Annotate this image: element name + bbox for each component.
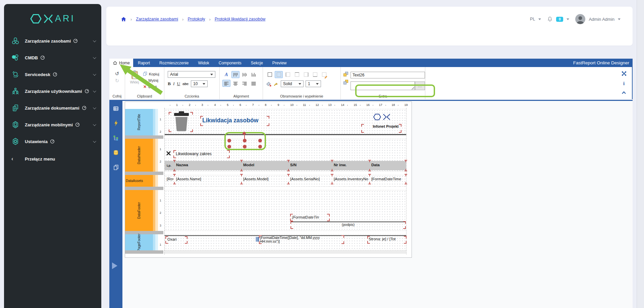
footer-left-text-object[interactable]: Oxari xyxy=(167,237,176,241)
align-left-button[interactable] xyxy=(222,80,230,87)
breadcrumb-link-protokol-likwidacji[interactable]: Protokół likwidacji zasobów xyxy=(215,17,265,21)
delete-button[interactable]: ✕ Usuń xyxy=(143,84,159,89)
copy-button[interactable]: Kopiuj xyxy=(143,71,159,77)
band-label-pagefooter[interactable]: PageFooter xyxy=(125,234,153,250)
sidebar-item-zarzadzanie-dokumentami[interactable]: Zarządzanie dokumentami xyxy=(4,100,101,116)
report-tree-icon[interactable] xyxy=(113,135,119,141)
align-center-button[interactable] xyxy=(231,80,239,87)
border-style-select[interactable]: Solid xyxy=(281,80,304,87)
band-label-dataheader[interactable]: DataHeader xyxy=(125,139,153,172)
column-tick xyxy=(332,174,332,176)
breadcrumb-link-zasoby[interactable]: Zarządzanie zasobami xyxy=(136,17,178,21)
strikethrough-button[interactable]: abc xyxy=(182,82,189,86)
collapse-ribbon-icon[interactable] xyxy=(622,91,626,94)
tab-sekcje[interactable]: Sekcje xyxy=(246,59,268,67)
sidebar-item-zarzadzanie-zasobami[interactable]: Zarządzanie zasobami xyxy=(4,33,101,49)
band-label-dataassets[interactable]: DataAssets xyxy=(125,175,153,187)
sidebar-item-zarzadzanie-mobilnymi[interactable]: Zarządzanie mobilnymi xyxy=(4,116,101,133)
report-title-text-object[interactable]: Likwidacja zasobów xyxy=(202,117,258,124)
text-editor-ellipsis-button[interactable]: ... xyxy=(415,81,425,90)
chevron-down-icon xyxy=(93,106,96,109)
sidebar-toggle[interactable]: ‹ Przełącz menu xyxy=(4,150,101,167)
font-color-button[interactable]: A xyxy=(222,71,230,78)
selection-handle[interactable] xyxy=(227,139,231,142)
align-right-button[interactable] xyxy=(240,80,249,87)
border-top-button[interactable] xyxy=(293,71,301,78)
tab-widok[interactable]: Widok xyxy=(193,59,214,67)
band-label-datafooter[interactable]: DataFooter xyxy=(125,190,153,231)
underline-button[interactable]: U xyxy=(177,81,180,86)
notification-badge[interactable]: 0 xyxy=(556,17,563,22)
title-separator-line-object[interactable] xyxy=(165,134,406,135)
fill-bucket-icon[interactable] xyxy=(266,81,271,86)
redo-button[interactable]: ↻ xyxy=(115,78,119,83)
selection-handle[interactable] xyxy=(243,145,247,148)
signature-date-text-object[interactable]: [FormatDateTin xyxy=(292,215,319,219)
border-bottom-button[interactable] xyxy=(311,71,319,78)
events-lightning-icon[interactable] xyxy=(113,120,118,126)
send-backward-icon[interactable] xyxy=(343,80,348,85)
border-width-select[interactable]: 1 xyxy=(306,80,321,87)
selection-handle[interactable] xyxy=(258,139,262,142)
valign-bottom-button[interactable] xyxy=(250,71,258,78)
border-none-button[interactable] xyxy=(275,71,283,78)
border-properties-button[interactable] xyxy=(320,71,328,78)
section-label-text-object[interactable]: Likwidowany zakres xyxy=(176,151,212,156)
border-all-button[interactable] xyxy=(266,71,274,78)
copy-pages-icon[interactable] xyxy=(113,165,119,170)
object-name-input[interactable] xyxy=(351,72,425,78)
bold-button[interactable]: B xyxy=(168,81,171,86)
home-icon[interactable] xyxy=(121,16,126,22)
company-logo-object[interactable]: Infonet Projekt xyxy=(365,110,406,128)
data-source-icon[interactable] xyxy=(113,150,119,156)
signature-line-object[interactable] xyxy=(291,222,405,222)
bell-icon[interactable] xyxy=(547,16,553,22)
selection-handle[interactable] xyxy=(243,139,247,142)
cut-button[interactable]: ✂ Wytnij xyxy=(143,77,159,83)
page-scrollbar[interactable] xyxy=(637,0,644,308)
report-page[interactable]: 12345678910111213141516171819 ReportTitl… xyxy=(125,102,412,258)
font-size-select[interactable]: 10 xyxy=(191,80,208,87)
footer-datetime-text-object[interactable]: [FormatDateTime([Date], "dd.MM.yyyy HH:m… xyxy=(260,236,343,244)
sidebar-item-servicedesk[interactable]: Servicedesk xyxy=(4,66,101,83)
caret-down-icon[interactable] xyxy=(618,18,621,20)
border-right-button[interactable] xyxy=(302,71,310,78)
undo-button[interactable]: ↺ xyxy=(115,71,119,76)
info-icon[interactable]: i xyxy=(623,81,625,86)
valign-top-button[interactable] xyxy=(231,71,239,78)
tab-rozmieszczenie[interactable]: Rozmieszczenie xyxy=(155,59,193,67)
selection-handle[interactable] xyxy=(258,145,262,148)
valign-center-button[interactable] xyxy=(240,71,249,78)
resize-grip-icon[interactable] xyxy=(412,87,414,89)
tab-home[interactable]: Home xyxy=(109,59,133,67)
font-family-select[interactable]: Arial xyxy=(168,71,215,78)
tab-raport[interactable]: Raport xyxy=(133,59,155,67)
brush-icon[interactable] xyxy=(273,81,279,86)
align-justify-button[interactable] xyxy=(250,80,258,87)
band-label-reporttitle[interactable]: ReportTitle xyxy=(125,109,153,135)
sidebar-item-cmdb[interactable]: CMDB xyxy=(4,49,101,66)
sidebar-item-label: Ustawienia xyxy=(25,139,48,144)
avatar[interactable] xyxy=(575,14,585,24)
language-selector[interactable]: PL xyxy=(530,17,535,21)
data-row[interactable]: [Rov [Assets.Name] [Assets.Model] [Asset… xyxy=(165,177,406,182)
table-header-row[interactable]: Lp. Nazwa Model S/N Nr inw. Data xyxy=(165,161,406,170)
trash-picture-object[interactable] xyxy=(172,111,191,133)
border-left-button[interactable] xyxy=(284,71,292,78)
italic-button[interactable]: I xyxy=(173,81,175,86)
selection-handle[interactable] xyxy=(227,145,231,148)
signature-caption-text-object[interactable]: (podpis) xyxy=(291,223,405,227)
footer-page-number-text-object[interactable]: Strona: je] / [Tot xyxy=(369,237,406,241)
report-objects-icon[interactable] xyxy=(113,106,119,111)
object-text-textarea[interactable] xyxy=(351,81,415,90)
bring-forward-icon[interactable] xyxy=(343,72,348,77)
x-mark-object[interactable] xyxy=(166,151,171,157)
tab-components[interactable]: Components xyxy=(214,59,246,67)
sidebar-item-ustawienia[interactable]: Ustawienia xyxy=(4,133,101,150)
breadcrumb-link-protokoly[interactable]: Protokoły xyxy=(187,17,205,21)
fullscreen-icon[interactable] xyxy=(622,71,627,76)
sidebar-item-zarzadzanie-uzytkownikami[interactable]: Zarządzanie użytkownikami xyxy=(4,83,101,100)
preview-play-button[interactable] xyxy=(112,262,117,269)
tab-preview[interactable]: Preview xyxy=(268,59,291,67)
caret-down-icon[interactable] xyxy=(567,18,569,20)
